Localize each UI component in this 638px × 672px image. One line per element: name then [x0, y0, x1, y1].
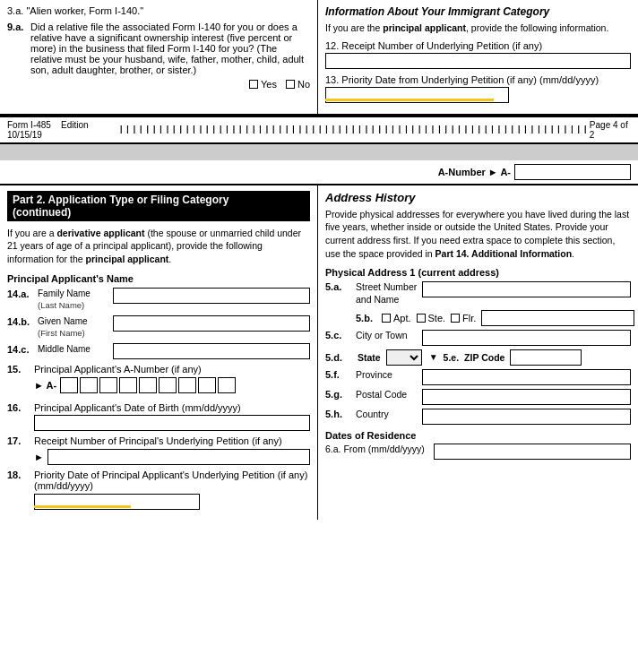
q18-label: Priority Date of Principal Applicant's U…	[34, 470, 307, 491]
address-history-header: Address History	[325, 191, 631, 204]
q15-row: 15. Principal Applicant's A-Number (if a…	[7, 364, 310, 398]
q15-seg9[interactable]	[218, 377, 236, 393]
footer-left: Form I-485 Edition 10/15/19	[7, 120, 118, 140]
q14b-input[interactable]	[113, 315, 310, 332]
yes-checkbox[interactable]	[249, 80, 258, 89]
q12-text: Receipt Number of Underlying Petition (i…	[341, 40, 542, 51]
q5g-row: 5.g. Postal Code	[325, 389, 631, 405]
q13-row: 13. Priority Date from Underlying Petiti…	[325, 74, 631, 103]
q5b-input[interactable]	[481, 310, 634, 326]
q9a-checkbox-row: Yes No	[30, 79, 310, 90]
top-right-panel: Information About Your Immigrant Categor…	[318, 0, 638, 114]
q5g-input[interactable]	[422, 389, 631, 405]
left-panel: Part 2. Application Type or Filing Categ…	[0, 185, 318, 521]
q15-seg8[interactable]	[198, 377, 216, 393]
q12-row: 12. Receipt Number of Underlying Petitio…	[325, 40, 631, 69]
q5f-label: Province	[356, 369, 418, 382]
q5g-num: 5.g.	[325, 389, 352, 400]
a-number-bar: A-Number ► A-	[0, 160, 638, 185]
q13-text: Priority Date from Underlying Petition (…	[341, 74, 599, 85]
q6a-row: 6.a. From (mm/dd/yyyy)	[325, 444, 631, 460]
q15-seg3[interactable]	[99, 377, 117, 393]
q17-row: 17. Receipt Number of Principal's Underl…	[7, 435, 310, 465]
q15-seg2[interactable]	[80, 377, 98, 393]
q17-input[interactable]	[47, 449, 310, 465]
apt-label: Apt.	[393, 313, 411, 323]
flr-checkbox[interactable]	[451, 314, 460, 323]
section-header: Part 2. Application Type or Filing Categ…	[7, 191, 310, 221]
footer-form: Form I-485	[7, 120, 51, 130]
q15-seg6[interactable]	[159, 377, 177, 393]
section-header-line2: (continued)	[13, 206, 71, 219]
q15-content: Principal Applicant's A-Number (if any) …	[34, 364, 310, 398]
q5d-state-select[interactable]	[386, 349, 422, 366]
q16-label: Principal Applicant's Date of Birth (mm/…	[34, 402, 241, 413]
q5a-label: Street Numberand Name	[356, 281, 418, 306]
q13-input-wrap	[325, 87, 631, 103]
q15-seg1[interactable]	[60, 377, 78, 393]
q13-label: 13. Priority Date from Underlying Petiti…	[325, 74, 631, 85]
q14a-num: 14.a.	[7, 288, 34, 299]
q14a-input[interactable]	[113, 288, 310, 304]
q5d-num: 5.d.	[325, 352, 352, 363]
q17-content: Receipt Number of Principal's Underlying…	[34, 435, 310, 465]
q5b-row: 5.b. Apt. Ste. Flr.	[356, 310, 631, 326]
q15-seg4[interactable]	[119, 377, 137, 393]
q14b-num: 14.b.	[7, 315, 34, 327]
q18-num: 18.	[7, 470, 30, 510]
right-panel: Address History Provide physical address…	[318, 185, 638, 521]
footer-bar: Form I-485 Edition 10/15/19 ||||||||||||…	[0, 116, 638, 144]
q9a-body: Did a relative file the associated Form …	[30, 22, 310, 90]
a-number-input[interactable]	[514, 164, 631, 180]
section-header-line1: Part 2. Application Type or Filing Categ…	[13, 194, 228, 206]
apt-check: Apt.	[382, 313, 411, 323]
q5f-num: 5.f.	[325, 369, 352, 380]
q14a-label: Family Name(Last Name)	[38, 288, 109, 311]
q5f-row: 5.f. Province	[325, 369, 631, 385]
q16-input[interactable]	[34, 415, 310, 431]
q5e-input[interactable]	[510, 349, 582, 366]
ste-checkbox[interactable]	[417, 314, 426, 323]
q17-arrow: ►	[34, 452, 44, 462]
no-checkbox[interactable]	[286, 80, 295, 89]
q5e-num: 5.e.	[444, 352, 460, 363]
q17-label: Receipt Number of Principal's Underlying…	[34, 435, 282, 446]
q5d-label: State	[358, 352, 381, 363]
q5a-input[interactable]	[422, 281, 631, 297]
q5h-label: Country	[356, 409, 418, 421]
phys-label: Physical Address 1 (current address)	[325, 267, 631, 278]
q12-label: 12. Receipt Number of Underlying Petitio…	[325, 40, 631, 51]
q15-num: 15.	[7, 364, 30, 398]
q14a-row: 14.a. Family Name(Last Name)	[7, 288, 310, 311]
flr-check: Flr.	[451, 313, 476, 323]
ste-label: Ste.	[428, 313, 446, 323]
q5e-label: ZIP Code	[464, 352, 504, 363]
address-desc: Provide physical addresses for everywher…	[325, 208, 631, 261]
edition-date: 10/15/19	[7, 130, 42, 140]
top-left-panel: 3.a. "Alien worker, Form I-140." 9.a. Di…	[0, 0, 318, 114]
q15-seg5[interactable]	[139, 377, 157, 393]
q14c-input[interactable]	[113, 343, 310, 359]
top-section: 3.a. "Alien worker, Form I-140." 9.a. Di…	[0, 0, 638, 116]
question-9a-row: 9.a. Did a relative file the associated …	[7, 22, 310, 90]
q14b-label: Given Name(First Name)	[38, 315, 109, 339]
q5c-num: 5.c.	[325, 330, 352, 340]
no-text: No	[297, 79, 310, 90]
q12-input[interactable]	[325, 53, 631, 69]
barcode: ||||||||||||||||||||||||||||||||||||||||…	[118, 125, 589, 134]
footer-page: Page 4 of 2	[590, 120, 631, 140]
q15-seg7[interactable]	[178, 377, 196, 393]
q5f-input[interactable]	[422, 369, 631, 385]
q16-row: 16. Principal Applicant's Date of Birth …	[7, 402, 310, 431]
q14c-row: 14.c. Middle Name	[7, 343, 310, 359]
yes-label[interactable]: Yes	[249, 79, 277, 90]
q6a-input[interactable]	[434, 444, 631, 460]
q5c-input[interactable]	[422, 330, 631, 346]
no-label[interactable]: No	[286, 79, 310, 90]
q14c-label: Middle Name	[38, 343, 109, 355]
dates-header: Dates of Residence	[325, 430, 631, 441]
q5h-input[interactable]	[422, 409, 631, 425]
q5b-num: 5.b.	[356, 313, 373, 323]
q5h-row: 5.h. Country	[325, 409, 631, 425]
apt-checkbox[interactable]	[382, 314, 391, 323]
